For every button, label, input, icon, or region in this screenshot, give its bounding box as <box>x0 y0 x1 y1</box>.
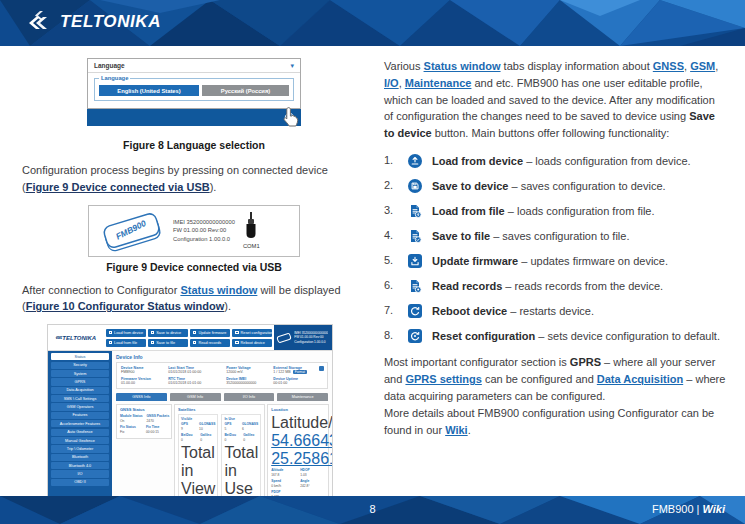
mini-button-label: Reboot device <box>241 341 265 345</box>
page-number: 8 <box>0 503 745 515</box>
mini-field: Device Uptime00:01:00 <box>273 377 323 385</box>
mini-field-value-text: 12000 mV. <box>226 370 243 374</box>
reset-configuration-icon <box>408 329 422 343</box>
mini-stat-value: 00:00:15 <box>146 430 168 434</box>
mini-stat-label: Module Status <box>120 414 143 418</box>
mini-sidebar-item-status: Status <box>51 353 109 360</box>
mini-field-value: 352000000000000 <box>226 381 269 385</box>
mini-subcard-title: In Use <box>224 417 258 421</box>
main-buttons-list: 1.Load from device – loads configuration… <box>384 153 726 345</box>
mini-stat-value: 6 <box>242 427 258 431</box>
function-list-item: 4.Save to file – saves configuration to … <box>384 228 726 245</box>
mini-toolbar-button: Load from device <box>106 329 146 337</box>
mini-sidebar-item-features: Features <box>51 412 109 419</box>
mini-field-value-text: 352000000000000 <box>226 381 256 385</box>
mini-stat-label: BeiDou <box>181 433 196 437</box>
figure-8-caption: Figure 8 Language selection <box>22 139 366 151</box>
mini-gnss-grid: Module StatusGNSS PacketsOn2470 <box>120 414 168 423</box>
text-segment: Most important configurator section is <box>384 356 570 368</box>
mini-device-panel: IMEI 352000000000000 FW 01.00.00 Rev:00 … <box>274 325 332 350</box>
inline-link[interactable]: Figure 10 Configurator Status window <box>26 300 225 312</box>
mini-stat-value: 10 <box>199 427 215 431</box>
mini-button-icon <box>151 341 155 345</box>
function-list-item: 8.Reset configuration – sets device conf… <box>384 328 726 345</box>
mini-satellite-grid: GPSGLONASS56 <box>224 422 258 431</box>
mini-satellite-grid: BeiDouGalileo00 <box>181 433 215 442</box>
mini-sidebar-item-bluetooth-4-0: Bluetooth 4.0 <box>51 462 109 469</box>
fmb900-device-illustration: FMB900 <box>95 209 169 253</box>
mini-toolbar-row: Load from fileSave to fileRead recordsRe… <box>106 339 273 347</box>
list-item-text: Load from file – loads configuration fro… <box>432 203 726 220</box>
inline-link[interactable]: GSM <box>690 60 715 72</box>
mini-stat-label: GPS <box>224 422 237 426</box>
mini-tab-gnss-info: GNSS Info <box>116 393 167 401</box>
inline-link[interactable]: GNSS <box>653 60 684 72</box>
mini-button-icon <box>235 331 239 335</box>
mini-toolbar-button: Load from file <box>106 339 146 347</box>
mini-field: RTC Time01/01/2018 01:01:00 <box>168 377 222 385</box>
english-language-button: English (United States) <box>99 85 199 96</box>
mini-gnss-grid: Fix StatusFix TimeFix00:00:15 <box>120 425 168 434</box>
inline-link[interactable]: I/O <box>384 77 399 89</box>
list-item-number: 2. <box>384 178 408 191</box>
mini-satellite-grid: GPSGLONASS910 <box>181 422 215 431</box>
mini-section-title: Device Info <box>116 354 328 360</box>
mini-sidebar-item-system: System <box>51 370 109 377</box>
list-item-number: 8. <box>384 328 408 341</box>
paragraph-wiki: More details about FMB900 configuration … <box>384 405 726 439</box>
mini-button-icon <box>235 341 239 345</box>
read-records-icon <box>408 279 422 293</box>
list-item-text: Reset configuration – sets device config… <box>432 328 726 345</box>
figure-10-configurator-screenshot: «« TELTONIKA Load from deviceSave to dev… <box>47 324 333 510</box>
list-item-text: Load from device – loads configuration f… <box>432 153 726 170</box>
mini-location-grid: SpeedAngle0 km/h242.8° <box>271 479 325 488</box>
mini-tab-maintenance: Maintenance <box>277 393 328 401</box>
brand-name: TELTONIKA <box>60 12 161 32</box>
mini-latlng-value: 54.6664333, 25.2586133 <box>271 432 325 468</box>
inline-link[interactable]: Data Acquisition <box>597 373 683 385</box>
mini-button-label: Read records <box>198 341 221 345</box>
inline-link[interactable]: Maintenance <box>405 77 472 89</box>
language-panel-title: Language <box>94 62 125 69</box>
chevron-down-icon: ▾ <box>290 63 294 69</box>
mini-stat-label: GLONASS <box>199 422 215 426</box>
inline-link[interactable]: GPRS settings <box>405 373 481 385</box>
button-description: – updates firmware on device. <box>518 255 668 267</box>
mini-button-label: Reset configuration <box>241 331 273 335</box>
mini-button-label: Save to file <box>156 341 175 345</box>
mini-latlng-label: Latitude/Longitude <box>271 414 325 432</box>
button-description: – saves configuration to file. <box>490 230 629 242</box>
list-item-number: 5. <box>384 253 408 266</box>
mini-button-label: Load from file <box>114 341 137 345</box>
paragraph-gprs: Most important configurator section is G… <box>384 354 726 404</box>
mini-toolbar-button: Save to device <box>148 329 188 337</box>
inline-link[interactable]: Wiki <box>445 424 468 436</box>
text-segment: More details about FMB900 configuration … <box>384 407 714 436</box>
mini-button-icon <box>193 341 197 345</box>
mini-satellites-columns: VisibleGPSGLONASS910BeiDouGalileo00Total… <box>178 414 261 496</box>
paragraph-intro: Various Status window tabs display infor… <box>384 58 726 142</box>
inline-link[interactable]: Status window <box>180 284 257 296</box>
inline-link[interactable]: Status window <box>424 60 501 72</box>
button-name-label: Load from file <box>432 205 505 217</box>
mini-field-value-text: FMB900 <box>121 370 135 374</box>
mini-satellite-grid: BeiDouGalileo00 <box>224 433 258 442</box>
button-description: – saves configuration to device. <box>508 180 665 192</box>
mini-stat-label <box>300 490 325 494</box>
mini-stat-value: 5 <box>224 427 237 431</box>
list-item-text: Save to device – saves configuration to … <box>432 178 726 195</box>
inline-link[interactable]: Figure 9 Device connected via USB <box>26 181 210 193</box>
mini-stat-value: Fix <box>120 430 142 434</box>
mini-stat-value: 242.8° <box>300 484 325 488</box>
text-segment: GPRS <box>570 356 601 368</box>
figure-9-caption: Figure 9 Device connected via USB <box>22 261 366 273</box>
text-segment: . <box>468 424 471 436</box>
mini-chevrons-icon: «« <box>56 334 62 341</box>
mini-button-icon <box>109 331 113 335</box>
mini-toolbar: Load from deviceSave to deviceUpdate fir… <box>104 325 275 350</box>
mini-main-area: Device Info Device NameFMB900Last Start … <box>112 351 332 496</box>
mini-satellites-subcard: In UseGPSGLONASS56BeiDouGalileo00Total i… <box>221 414 261 496</box>
mini-stat-label: HDOP <box>300 468 325 472</box>
mini-stat-value: 0 <box>200 438 215 442</box>
language-bottom-bar <box>87 109 301 126</box>
